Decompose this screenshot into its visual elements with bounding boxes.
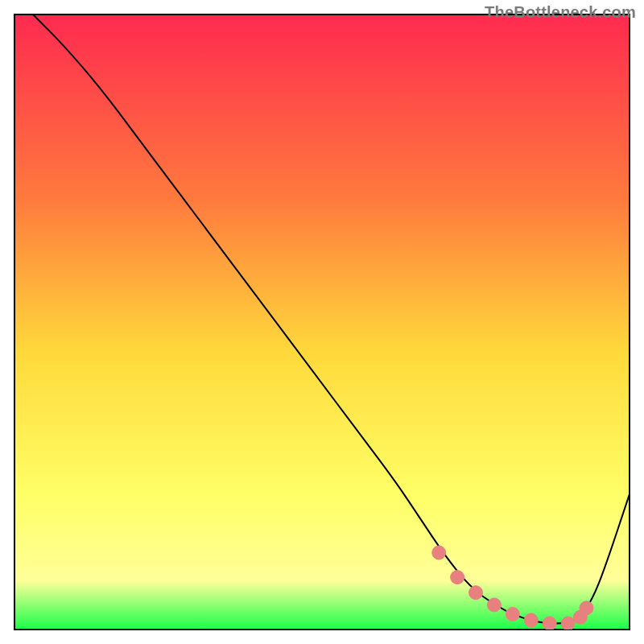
highlight-marker [561, 617, 575, 630]
plot-background [14, 14, 630, 630]
watermark-label: TheBottleneck.com [485, 3, 636, 22]
highlight-marker [580, 601, 593, 615]
highlight-marker [543, 617, 556, 630]
bottleneck-chart [0, 0, 644, 644]
chart-stage: TheBottleneck.com [0, 0, 644, 644]
highlight-marker [487, 598, 501, 612]
highlight-marker [524, 613, 538, 627]
highlight-marker [451, 571, 464, 584]
highlight-marker [469, 586, 483, 600]
highlight-marker [506, 607, 519, 621]
highlight-marker [432, 546, 446, 559]
